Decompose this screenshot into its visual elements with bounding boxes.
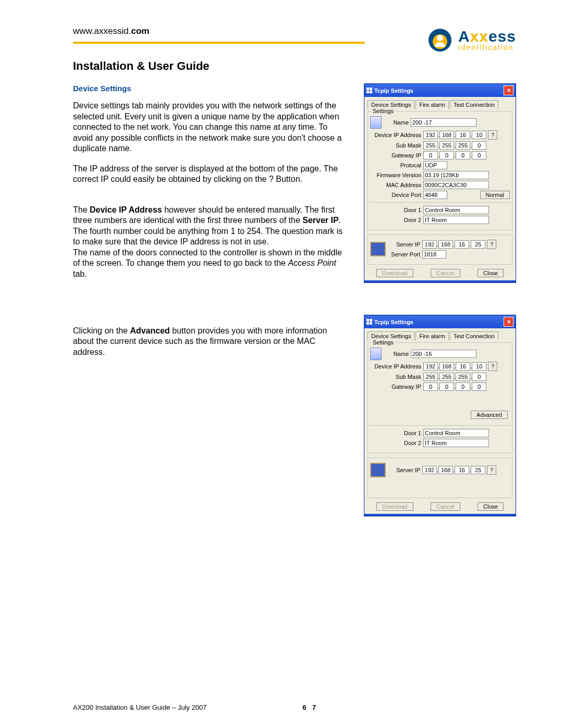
door2-label: Door 2 <box>370 440 423 446</box>
gateway-3[interactable]: 0 <box>456 151 470 159</box>
gateway-label: Gateway IP <box>370 152 423 158</box>
door1-label: Door 1 <box>370 430 423 436</box>
server-icon <box>370 242 386 256</box>
close-button[interactable]: Close <box>478 269 504 277</box>
gateway-1[interactable]: 0 <box>423 151 438 159</box>
window-title: Tcpip Settings <box>374 319 413 325</box>
subnet-4[interactable]: 0 <box>472 373 486 381</box>
gateway-1[interactable]: 0 <box>423 382 438 391</box>
subnet-3[interactable]: 255 <box>456 373 470 381</box>
header-url: www.axxessid.com <box>73 26 149 36</box>
paragraph-3: The Device IP Address however should be … <box>73 194 348 279</box>
server-port-field[interactable]: 1818 <box>422 250 446 258</box>
mac-label: MAC Address <box>370 182 423 188</box>
cancel-button[interactable]: Cancel <box>431 502 460 511</box>
server-ip-1[interactable]: 192 <box>422 240 437 249</box>
paragraph-2: The IP address of the server is displaye… <box>73 164 348 185</box>
subnet-2[interactable]: 255 <box>439 141 454 150</box>
brand-logo: Axxess Identification <box>426 26 516 54</box>
door1-label: Door 1 <box>370 207 423 213</box>
subnet-1[interactable]: 255 <box>423 373 438 381</box>
normal-button[interactable]: Normal <box>480 191 510 199</box>
device-ip-1[interactable]: 192 <box>423 131 438 139</box>
device-ip-3[interactable]: 16 <box>456 131 470 139</box>
server-ip-2[interactable]: 168 <box>438 240 453 249</box>
device-ip-2[interactable]: 168 <box>439 131 454 139</box>
device-ip-lookup-button[interactable]: ? <box>488 130 497 140</box>
brand-name: Axxess <box>458 29 516 43</box>
device-ip-1[interactable]: 192 <box>423 362 438 371</box>
gateway-2[interactable]: 0 <box>439 151 454 159</box>
server-port-label: Server Port <box>389 251 422 257</box>
door2-field[interactable]: IT Room <box>423 439 489 447</box>
device-ip-4[interactable]: 10 <box>472 131 486 139</box>
device-ip-lookup-button[interactable]: ? <box>488 362 497 371</box>
tab-device-settings[interactable]: Device Settings <box>368 100 414 109</box>
server-ip-lookup-button[interactable]: ? <box>487 465 496 475</box>
tab-device-settings[interactable]: Device Settings <box>368 331 414 340</box>
close-icon[interactable]: ✕ <box>504 317 513 327</box>
door1-field[interactable]: Control Room <box>423 206 489 214</box>
subnet-2[interactable]: 255 <box>439 373 454 381</box>
subnet-1[interactable]: 255 <box>423 141 438 150</box>
device-icon <box>370 348 382 360</box>
server-ip-2[interactable]: 168 <box>438 466 453 474</box>
subnet-3[interactable]: 255 <box>456 141 470 150</box>
tab-fire-alarm[interactable]: Fire alarm <box>415 331 449 340</box>
tcpip-settings-dialog-expanded: Tcpip Settings ✕ Device Settings Fire al… <box>364 83 516 283</box>
close-button[interactable]: Close <box>478 502 504 511</box>
tab-fire-alarm[interactable]: Fire alarm <box>415 100 449 109</box>
paragraph-4: Clicking on the Advanced button provides… <box>73 315 348 357</box>
gateway-2[interactable]: 0 <box>439 382 454 391</box>
server-ip-lookup-button[interactable]: ? <box>487 240 496 249</box>
window-icon <box>366 88 372 93</box>
door2-label: Door 2 <box>370 217 423 223</box>
name-field[interactable]: 200 -16 <box>411 350 476 358</box>
brand-subtitle: Identification <box>458 43 516 52</box>
server-ip-4[interactable]: 25 <box>471 240 485 249</box>
device-ip-3[interactable]: 16 <box>456 362 470 371</box>
tab-test-connection[interactable]: Test Connection <box>450 100 498 109</box>
section-heading: Device Settings <box>73 83 348 93</box>
page-footer: AX200 Installation & User Guide – July 2… <box>73 704 318 711</box>
device-icon <box>370 116 382 129</box>
device-ip-label: Device IP Address <box>370 363 423 369</box>
device-ip-4[interactable]: 10 <box>472 362 486 371</box>
device-port-field[interactable]: 4848 <box>423 191 447 199</box>
gateway-4[interactable]: 0 <box>472 151 486 159</box>
close-icon[interactable]: ✕ <box>504 85 513 95</box>
tab-test-connection[interactable]: Test Connection <box>450 331 498 340</box>
server-ip-3[interactable]: 16 <box>455 240 469 249</box>
name-label: Name <box>385 351 411 357</box>
gateway-4[interactable]: 0 <box>472 382 486 391</box>
subnet-label: Sub Mask <box>370 374 423 380</box>
protocol-field[interactable]: UDP <box>423 161 447 169</box>
door2-field[interactable]: IT Room <box>423 216 489 224</box>
advanced-button[interactable]: Advanced <box>471 411 508 419</box>
download-button[interactable]: Download <box>376 502 413 511</box>
page-title: Installation & User Guide <box>73 59 516 73</box>
header-divider <box>73 42 365 44</box>
name-field[interactable]: 200 -17 <box>411 118 476 127</box>
mac-field: 0090C2CA3C30 <box>423 181 489 189</box>
device-ip-2[interactable]: 168 <box>439 362 454 371</box>
server-icon <box>370 463 386 477</box>
window-icon <box>366 319 372 325</box>
device-ip-label: Device IP Address <box>370 132 423 138</box>
firmware-field: 03.19 |128Kb <box>423 171 489 179</box>
server-ip-1[interactable]: 192 <box>422 466 437 474</box>
server-ip-label: Server IP <box>389 467 422 473</box>
gateway-3[interactable]: 0 <box>456 382 470 391</box>
window-title: Tcpip Settings <box>374 88 413 94</box>
gateway-label: Gateway IP <box>370 384 423 390</box>
device-port-label: Device Port <box>370 192 423 198</box>
cancel-button[interactable]: Cancel <box>431 269 460 277</box>
server-ip-4[interactable]: 25 <box>471 466 485 474</box>
download-button[interactable]: Download <box>376 269 413 277</box>
paragraph-1: Device settings tab mainly provides you … <box>73 101 348 154</box>
door1-field[interactable]: Control Room <box>423 429 489 437</box>
name-label: Name <box>385 119 411 126</box>
subnet-4[interactable]: 0 <box>472 141 486 150</box>
server-ip-3[interactable]: 16 <box>455 466 469 474</box>
page-number: 6 7 <box>302 704 318 711</box>
